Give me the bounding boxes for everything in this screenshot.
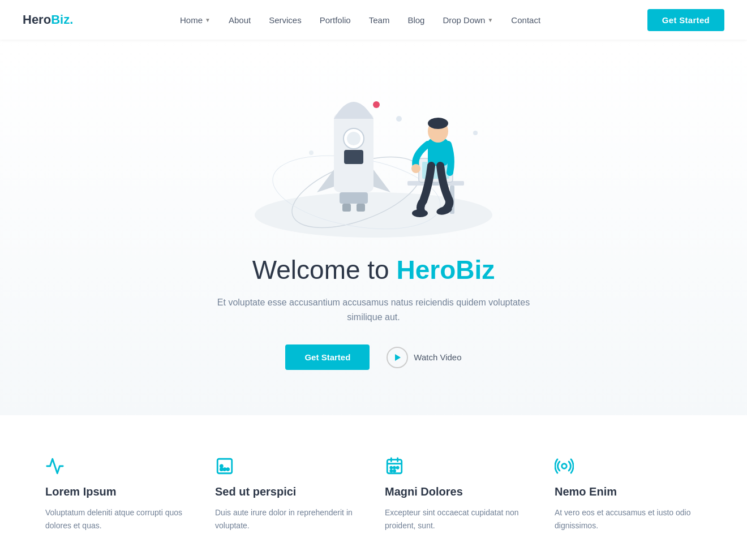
feature-item-4: Nemo Enim At vero eos et accusamus et iu… xyxy=(555,455,702,532)
nav-item-contact[interactable]: Contact xyxy=(511,15,540,25)
svg-point-10 xyxy=(373,101,380,108)
play-triangle-icon xyxy=(395,354,401,361)
nav-item-services[interactable]: Services xyxy=(269,15,302,25)
svg-point-28 xyxy=(227,468,229,471)
feature-desc-2: Duis aute irure dolor in reprehenderit i… xyxy=(215,506,362,532)
svg-point-37 xyxy=(390,470,392,472)
svg-point-5 xyxy=(347,132,360,145)
feature-item-3: Magni Dolores Excepteur sint occaecat cu… xyxy=(385,455,532,532)
feature-item-1: Lorem Ipsum Voluptatum deleniti atque co… xyxy=(45,455,192,532)
nav-link-team[interactable]: Team xyxy=(369,15,390,25)
watch-video-label: Watch Video xyxy=(414,352,461,362)
nav-link-blog[interactable]: Blog xyxy=(407,15,424,25)
hero-title: Welcome to HeroBiz xyxy=(0,255,747,285)
svg-point-27 xyxy=(224,468,226,471)
svg-point-29 xyxy=(220,465,222,467)
nav-label-about: About xyxy=(229,15,251,25)
svg-rect-16 xyxy=(428,139,448,166)
svg-point-34 xyxy=(390,467,392,468)
svg-point-18 xyxy=(428,118,448,129)
nav-label-home: Home xyxy=(180,15,203,25)
hero-title-plain: Welcome to xyxy=(252,255,397,285)
svg-point-24 xyxy=(473,131,478,135)
logo-text: HeroBiz. xyxy=(23,12,73,27)
svg-rect-8 xyxy=(342,204,351,212)
svg-point-36 xyxy=(397,467,398,468)
svg-rect-7 xyxy=(340,192,368,204)
nav-label-team: Team xyxy=(369,15,390,25)
features-section: Lorem Ipsum Voluptatum deleniti atque co… xyxy=(0,415,747,560)
radio-waves-icon xyxy=(555,455,702,477)
hero-svg xyxy=(226,40,521,243)
logo-accent: Biz xyxy=(51,12,70,27)
feature-desc-1: Voluptatum deleniti atque corrupti quos … xyxy=(45,506,192,532)
chevron-down-icon-dropdown: ▼ xyxy=(487,17,493,23)
nav-item-dropdown[interactable]: Drop Down ▼ xyxy=(443,15,493,25)
svg-rect-9 xyxy=(357,204,365,212)
nav-link-dropdown[interactable]: Drop Down ▼ xyxy=(443,15,493,25)
nav-label-contact: Contact xyxy=(511,15,540,25)
play-circle-icon xyxy=(387,347,408,368)
chevron-down-icon: ▼ xyxy=(205,17,211,23)
svg-point-35 xyxy=(393,467,395,468)
svg-point-20 xyxy=(412,209,428,217)
nav-item-team[interactable]: Team xyxy=(369,15,390,25)
feature-desc-4: At vero eos et accusamus et iusto odio d… xyxy=(555,506,702,532)
hero-text-block: Welcome to HeroBiz Et voluptate esse acc… xyxy=(0,255,747,370)
svg-point-0 xyxy=(255,192,492,238)
svg-point-23 xyxy=(309,150,314,155)
feature-title-3: Magni Dolores xyxy=(385,485,532,498)
nav-link-services[interactable]: Services xyxy=(269,15,302,25)
hero-subtitle: Et voluptate esse accusantium accusamus … xyxy=(204,295,543,324)
hero-get-started-button[interactable]: Get Started xyxy=(285,344,370,370)
activity-icon xyxy=(45,455,192,477)
svg-point-38 xyxy=(393,470,395,472)
logo-dot: . xyxy=(70,12,73,27)
feature-title-2: Sed ut perspici xyxy=(215,485,362,498)
watch-video-button[interactable]: Watch Video xyxy=(387,347,461,368)
nav-get-started-button[interactable]: Get Started xyxy=(647,9,724,31)
svg-point-26 xyxy=(220,468,222,471)
logo[interactable]: HeroBiz. xyxy=(23,12,73,27)
hero-section: Welcome to HeroBiz Et voluptate esse acc… xyxy=(0,40,747,415)
hero-illustration xyxy=(226,40,521,243)
features-grid: Lorem Ipsum Voluptatum deleniti atque co… xyxy=(45,455,702,532)
feature-desc-3: Excepteur sint occaecat cupidatat non pr… xyxy=(385,506,532,532)
navbar: HeroBiz. Home ▼ About Services Portfolio xyxy=(0,0,747,40)
nav-item-blog[interactable]: Blog xyxy=(407,15,424,25)
feature-title-1: Lorem Ipsum xyxy=(45,485,192,498)
svg-point-22 xyxy=(396,116,402,122)
calendar-dots-icon xyxy=(385,455,532,477)
nav-link-home[interactable]: Home ▼ xyxy=(180,15,211,25)
nav-label-dropdown: Drop Down xyxy=(443,15,485,25)
feature-title-4: Nemo Enim xyxy=(555,485,702,498)
hero-actions: Get Started Watch Video xyxy=(0,344,747,370)
nav-item-about[interactable]: About xyxy=(229,15,251,25)
hero-title-accent: HeroBiz xyxy=(396,255,495,285)
svg-point-39 xyxy=(562,464,567,469)
feature-item-2: Sed ut perspici Duis aute irure dolor in… xyxy=(215,455,362,532)
nav-link-about[interactable]: About xyxy=(229,15,251,25)
nav-item-home[interactable]: Home ▼ xyxy=(180,15,211,25)
svg-point-19 xyxy=(411,164,420,173)
square-dots-icon xyxy=(215,455,362,477)
nav-link-contact[interactable]: Contact xyxy=(511,15,540,25)
nav-item-portfolio[interactable]: Portfolio xyxy=(320,15,351,25)
svg-rect-6 xyxy=(344,150,363,164)
nav-links: Home ▼ About Services Portfolio Team xyxy=(180,15,540,25)
nav-link-portfolio[interactable]: Portfolio xyxy=(320,15,351,25)
nav-label-blog: Blog xyxy=(407,15,424,25)
nav-label-portfolio: Portfolio xyxy=(320,15,351,25)
svg-rect-15 xyxy=(433,182,439,186)
nav-label-services: Services xyxy=(269,15,302,25)
